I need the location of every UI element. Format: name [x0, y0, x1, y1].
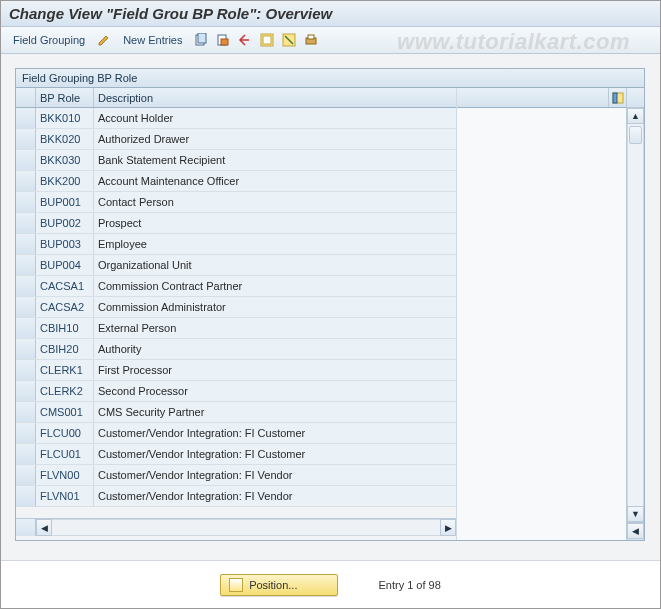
header-description[interactable]: Description — [94, 88, 456, 107]
cell-description[interactable]: Bank Statement Recipient — [94, 150, 456, 170]
scroll-left-icon[interactable]: ◀ — [36, 519, 52, 536]
row-selector[interactable] — [16, 150, 36, 170]
cell-description[interactable]: Prospect — [94, 213, 456, 233]
header-bp-role[interactable]: BP Role — [36, 88, 94, 107]
cell-bp-role[interactable]: BKK030 — [36, 150, 94, 170]
toolbar: Field Grouping New Entries — [1, 27, 660, 54]
header-select-all[interactable] — [16, 88, 36, 107]
cell-bp-role[interactable]: CBIH10 — [36, 318, 94, 338]
cell-description[interactable]: Second Processor — [94, 381, 456, 401]
delete-icon[interactable] — [214, 31, 232, 49]
edit-icon[interactable] — [95, 31, 113, 49]
svg-rect-1 — [198, 33, 206, 43]
field-grouping-button[interactable]: Field Grouping — [7, 32, 91, 48]
row-selector[interactable] — [16, 129, 36, 149]
row-selector[interactable] — [16, 297, 36, 317]
row-selector[interactable] — [16, 402, 36, 422]
table-row: BKK200Account Maintenance Officer — [16, 171, 456, 192]
row-selector[interactable] — [16, 486, 36, 506]
cell-bp-role[interactable]: CACSA2 — [36, 297, 94, 317]
cell-description[interactable]: Authorized Drawer — [94, 129, 456, 149]
cell-description[interactable]: First Processor — [94, 360, 456, 380]
cell-bp-role[interactable]: BUP001 — [36, 192, 94, 212]
cell-description[interactable]: Customer/Vendor Integration: FI Vendor — [94, 465, 456, 485]
cell-description[interactable]: Commission Administrator — [94, 297, 456, 317]
undo-icon[interactable] — [236, 31, 254, 49]
cell-description[interactable]: Account Maintenance Officer — [94, 171, 456, 191]
row-selector[interactable] — [16, 234, 36, 254]
row-selector[interactable] — [16, 465, 36, 485]
cell-bp-role[interactable]: CBIH20 — [36, 339, 94, 359]
svg-rect-3 — [221, 39, 228, 45]
cell-bp-role[interactable]: CLERK1 — [36, 360, 94, 380]
cell-description[interactable]: Authority — [94, 339, 456, 359]
cell-bp-role[interactable]: BUP004 — [36, 255, 94, 275]
cell-description[interactable]: Contact Person — [94, 192, 456, 212]
scroll-down-icon[interactable]: ▼ — [627, 506, 644, 522]
scroll-up-icon[interactable]: ▲ — [627, 108, 644, 124]
row-selector[interactable] — [16, 339, 36, 359]
row-selector[interactable] — [16, 423, 36, 443]
cell-bp-role[interactable]: BKK020 — [36, 129, 94, 149]
cell-description[interactable]: Account Holder — [94, 108, 456, 128]
table-settings-icon[interactable] — [608, 88, 626, 107]
cell-description[interactable]: CMS Security Partner — [94, 402, 456, 422]
row-selector[interactable] — [16, 255, 36, 275]
cell-bp-role[interactable]: BUP002 — [36, 213, 94, 233]
cell-bp-role[interactable]: BUP003 — [36, 234, 94, 254]
row-selector[interactable] — [16, 108, 36, 128]
table-row: BUP004Organizational Unit — [16, 255, 456, 276]
cell-bp-role[interactable]: CACSA1 — [36, 276, 94, 296]
cell-description[interactable]: Customer/Vendor Integration: FI Vendor — [94, 486, 456, 506]
cell-description[interactable]: Organizational Unit — [94, 255, 456, 275]
cell-description[interactable]: External Person — [94, 318, 456, 338]
table-row: CMS001CMS Security Partner — [16, 402, 456, 423]
row-selector[interactable] — [16, 276, 36, 296]
table: BP Role Description BKK010Account Holder… — [16, 88, 644, 540]
cell-description[interactable]: Customer/Vendor Integration: FI Customer — [94, 444, 456, 464]
table-header-row: BP Role Description — [16, 88, 456, 108]
hscroll-track[interactable] — [52, 519, 440, 536]
table-row: CBIH20Authority — [16, 339, 456, 360]
row-selector[interactable] — [16, 381, 36, 401]
svg-rect-11 — [613, 93, 617, 103]
cell-bp-role[interactable]: FLVN01 — [36, 486, 94, 506]
panel-title: Field Grouping BP Role — [16, 69, 644, 88]
table-row: FLVN00Customer/Vendor Integration: FI Ve… — [16, 465, 456, 486]
new-entries-button[interactable]: New Entries — [117, 32, 188, 48]
scroll-left2-icon[interactable]: ◀ — [627, 523, 644, 539]
position-button[interactable]: Position... — [220, 574, 338, 596]
cell-description[interactable]: Employee — [94, 234, 456, 254]
cell-bp-role[interactable]: CLERK2 — [36, 381, 94, 401]
select-all-icon[interactable] — [258, 31, 276, 49]
row-selector[interactable] — [16, 171, 36, 191]
vscroll-thumb[interactable] — [629, 126, 642, 144]
cell-bp-role[interactable]: BKK010 — [36, 108, 94, 128]
cell-bp-role[interactable]: FLVN00 — [36, 465, 94, 485]
table-row: FLCU00Customer/Vendor Integration: FI Cu… — [16, 423, 456, 444]
cell-description[interactable]: Customer/Vendor Integration: FI Customer — [94, 423, 456, 443]
content-area: Field Grouping BP Role BP Role Descripti… — [1, 54, 660, 561]
footer: Position... Entry 1 of 98 — [1, 560, 660, 608]
vscroll-track[interactable] — [627, 124, 644, 506]
table-row: CLERK2Second Processor — [16, 381, 456, 402]
cell-description[interactable]: Commission Contract Partner — [94, 276, 456, 296]
table-row: BKK010Account Holder — [16, 108, 456, 129]
row-selector[interactable] — [16, 318, 36, 338]
print-icon[interactable] — [302, 31, 320, 49]
row-selector[interactable] — [16, 213, 36, 233]
cell-bp-role[interactable]: FLCU01 — [36, 444, 94, 464]
cell-bp-role[interactable]: FLCU00 — [36, 423, 94, 443]
table-blank-area — [456, 88, 626, 540]
row-selector[interactable] — [16, 444, 36, 464]
row-selector[interactable] — [16, 360, 36, 380]
copy-icon[interactable] — [192, 31, 210, 49]
cell-bp-role[interactable]: CMS001 — [36, 402, 94, 422]
deselect-all-icon[interactable] — [280, 31, 298, 49]
table-row: CACSA2Commission Administrator — [16, 297, 456, 318]
row-selector[interactable] — [16, 192, 36, 212]
scroll-right-icon[interactable]: ▶ — [440, 519, 456, 536]
position-icon — [229, 578, 243, 592]
cell-bp-role[interactable]: BKK200 — [36, 171, 94, 191]
table-row: BUP001Contact Person — [16, 192, 456, 213]
